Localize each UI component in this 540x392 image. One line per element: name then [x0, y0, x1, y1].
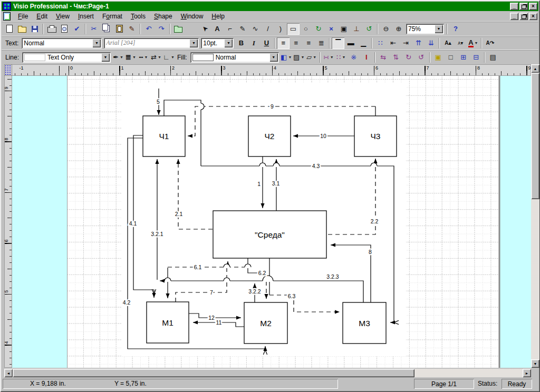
- child-minimize-button[interactable]: _: [510, 13, 518, 20]
- rectangle-tool-button[interactable]: ▭: [287, 23, 300, 35]
- chevron-down-icon[interactable]: ▼: [313, 55, 316, 59]
- chevron-down-icon[interactable]: ▼: [171, 55, 175, 59]
- chevron-down-icon[interactable]: ▼: [301, 55, 304, 59]
- text-tool-button[interactable]: A: [211, 23, 224, 35]
- text-style-combo[interactable]: Normal▼: [22, 38, 102, 48]
- snap-button[interactable]: ※: [348, 52, 360, 63]
- line-weight-button[interactable]: ≣▼: [124, 52, 137, 63]
- zoom-out-button[interactable]: ⊖: [380, 23, 392, 35]
- flip-horizontal-button[interactable]: ⇆: [377, 52, 390, 63]
- arc-tool-button[interactable]: ): [274, 23, 287, 35]
- distribute-shapes-button[interactable]: ∷▼: [335, 52, 348, 63]
- justify-button[interactable]: ≣: [315, 37, 327, 49]
- chevron-down-icon[interactable]: ▼: [342, 55, 345, 59]
- redo-button[interactable]: ↷: [155, 23, 168, 35]
- menu-edit[interactable]: Edit: [32, 12, 52, 21]
- chevron-down-icon[interactable]: ▼: [144, 55, 148, 59]
- rotate-left-button[interactable]: ↺: [415, 52, 428, 63]
- freeform-tool-button[interactable]: ∿: [249, 23, 262, 35]
- save-button[interactable]: [28, 23, 41, 35]
- menu-insert[interactable]: Insert: [74, 12, 98, 21]
- scroll-down-button[interactable]: ▼: [531, 359, 539, 368]
- fill-style-combo[interactable]: Normal▼: [190, 52, 279, 63]
- child-close-button[interactable]: ×: [529, 13, 537, 20]
- decrease-spacing-button[interactable]: ⇊: [425, 37, 437, 49]
- stamp-tool-button[interactable]: ⊥: [350, 23, 363, 35]
- increase-indent-button[interactable]: ⇥: [399, 37, 412, 49]
- zoom-level-combo[interactable]: 75%▼: [406, 24, 444, 34]
- minimize-button[interactable]: _: [510, 3, 518, 10]
- align-right-button[interactable]: ≡: [302, 37, 315, 49]
- chevron-down-icon[interactable]: ▼: [120, 55, 123, 59]
- align-middle-button[interactable]: ▬: [344, 37, 357, 49]
- bring-to-front-button[interactable]: ▣: [432, 52, 445, 63]
- menu-format[interactable]: Format: [98, 12, 127, 21]
- close-button[interactable]: ×: [529, 3, 537, 10]
- align-shapes-button[interactable]: ∺▼: [322, 52, 335, 63]
- font-combo[interactable]: Arial [204]▼: [104, 38, 199, 48]
- chevron-down-icon[interactable]: ▼: [132, 55, 136, 59]
- italic-button[interactable]: I: [247, 37, 260, 49]
- drawing-canvas[interactable]: Ч1Ч2Ч3"Среда"М1М2М3 54.391013.12.12.23.2…: [12, 76, 531, 368]
- rotate-text-button[interactable]: A↷: [484, 37, 496, 49]
- fill-color-button[interactable]: ◧▼: [280, 52, 293, 63]
- send-to-back-button[interactable]: □: [445, 52, 457, 63]
- ungroup-button[interactable]: ⊟: [470, 52, 483, 63]
- menu-file[interactable]: File: [14, 12, 32, 21]
- glue-button[interactable]: I: [360, 52, 373, 63]
- help-pointer-button[interactable]: ?: [449, 23, 462, 35]
- horizontal-scrollbar-thumb[interactable]: [13, 369, 414, 377]
- line-pattern-button[interactable]: ╍▼: [137, 52, 150, 63]
- horizontal-scrollbar[interactable]: ◄ ►: [4, 369, 531, 377]
- line-ends-button[interactable]: ⇄▼: [150, 52, 162, 63]
- visio-app-icon[interactable]: [3, 2, 11, 11]
- copy-button[interactable]: [100, 23, 113, 35]
- format-painter-button[interactable]: ✎: [126, 23, 138, 35]
- align-left-button[interactable]: ≡: [277, 37, 290, 49]
- align-top-button[interactable]: ▔: [332, 37, 344, 49]
- vertical-scrollbar-thumb[interactable]: [531, 73, 539, 199]
- chevron-down-icon[interactable]: ▼: [189, 39, 198, 47]
- menu-window[interactable]: Window: [177, 12, 208, 21]
- chevron-down-icon[interactable]: ▼: [435, 25, 443, 33]
- ellipse-tool-button[interactable]: ○: [300, 23, 312, 35]
- pencil-tool-button[interactable]: ✎: [236, 23, 249, 35]
- zoom-in-button[interactable]: ⊕: [392, 23, 405, 35]
- rotate-right-button[interactable]: ↻: [402, 52, 415, 63]
- paste-button[interactable]: [113, 23, 126, 35]
- group-button[interactable]: ⊞: [457, 52, 470, 63]
- fill-pattern-button[interactable]: ▨▼: [293, 52, 305, 63]
- properties-button[interactable]: ▤: [487, 52, 499, 63]
- restore-button[interactable]: [519, 3, 528, 10]
- chevron-down-icon[interactable]: ▼: [288, 55, 292, 59]
- text-rotate-tool-button[interactable]: ↺: [363, 23, 375, 35]
- align-bottom-button[interactable]: ▁: [357, 37, 370, 49]
- crop-tool-button[interactable]: ▣: [338, 23, 350, 35]
- flip-vertical-button[interactable]: ⇅: [390, 52, 402, 63]
- new-document-button[interactable]: [3, 23, 16, 35]
- print-preview-button[interactable]: [58, 23, 71, 35]
- chevron-down-icon[interactable]: ▼: [475, 41, 478, 45]
- menu-view[interactable]: View: [52, 12, 74, 21]
- spelling-button[interactable]: ✔: [71, 23, 83, 35]
- font-color-button[interactable]: A▼: [467, 37, 479, 49]
- increase-font-size-button[interactable]: A▴: [441, 37, 454, 49]
- document-icon[interactable]: [3, 12, 11, 21]
- chevron-down-icon[interactable]: ▼: [92, 39, 101, 47]
- rotation-tool-button[interactable]: ↻: [312, 23, 325, 35]
- line-color-button[interactable]: ✒▼: [112, 52, 124, 63]
- scroll-up-button[interactable]: ▲: [531, 64, 539, 73]
- underline-button[interactable]: U: [260, 37, 273, 49]
- bullets-button[interactable]: ∷: [374, 37, 387, 49]
- cut-button[interactable]: ✂: [88, 23, 100, 35]
- line-tool-button[interactable]: /: [262, 23, 274, 35]
- shadow-button[interactable]: ▱▼: [305, 52, 318, 63]
- menu-help[interactable]: Help: [207, 12, 229, 21]
- vertical-scrollbar[interactable]: ▲ ▼: [531, 64, 539, 368]
- font-size-combo[interactable]: 10pt.▼: [201, 38, 234, 48]
- bold-button[interactable]: B: [235, 37, 247, 49]
- open-button[interactable]: [16, 23, 28, 35]
- child-restore-button[interactable]: [519, 13, 528, 20]
- menu-tools[interactable]: Tools: [127, 12, 150, 21]
- chevron-down-icon[interactable]: ▼: [269, 53, 278, 62]
